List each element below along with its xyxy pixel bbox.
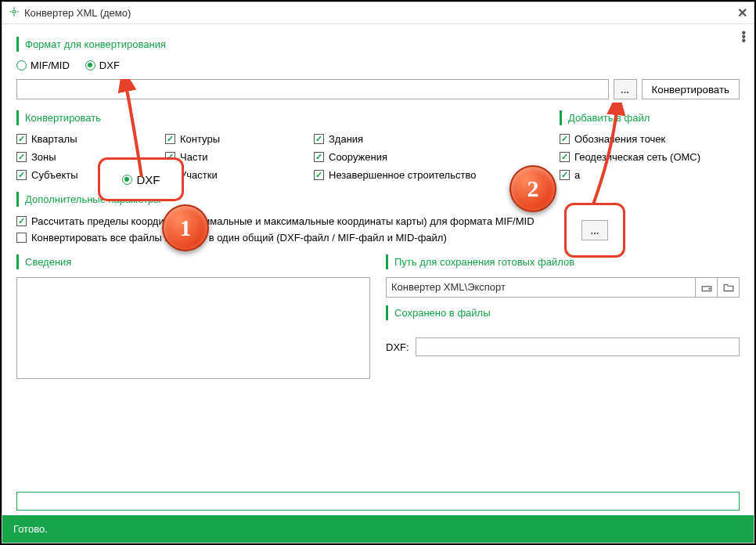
status-text: Готово. [13, 523, 48, 535]
radio-dxf[interactable]: DXF [85, 60, 120, 71]
check-unfinished[interactable]: Незавершенное строительство [314, 169, 528, 181]
dxf-row: DXF: [386, 337, 740, 356]
statusbar: Готово. [2, 515, 754, 543]
check-extra-a[interactable]: а [560, 169, 740, 181]
section-info: Сведения [16, 254, 370, 269]
check-structures[interactable]: Сооружения [314, 151, 528, 163]
convert-options: Кварталы Контуры Здания Зоны Части Соору… [16, 133, 528, 181]
progress-container [16, 492, 740, 511]
check-calc-bounds[interactable]: Рассчитать пределы координат (минимальны… [16, 215, 535, 227]
check-geodetic-net[interactable]: Геодезическая сеть (OMC) [560, 151, 740, 163]
checkbox-icon [560, 170, 570, 180]
svg-point-2 [708, 288, 709, 289]
overflow-menu-icon[interactable]: ••• [741, 31, 746, 42]
checkbox-icon [165, 170, 175, 180]
checkbox-icon [165, 134, 175, 144]
section-save-path: Путь для сохранения готовых файлов [386, 254, 740, 269]
app-window: Конвертер XML (демо) ✕ ••• Формат для ко… [2, 2, 754, 543]
checkbox-icon [16, 134, 27, 144]
check-contours[interactable]: Контуры [165, 133, 290, 145]
convert-button[interactable]: Конвертировать [642, 79, 740, 99]
check-parts[interactable]: Части [165, 151, 290, 163]
radio-dxf-label: DXF [99, 60, 120, 71]
check-buildings[interactable]: Здания [314, 133, 528, 145]
check-merge-archive[interactable]: Конвертировать все файлы в архиве в один… [16, 232, 447, 244]
radio-mif-label: MIF/MID [31, 60, 70, 71]
source-file-row: ... Конвертировать [16, 79, 740, 99]
svg-point-0 [13, 10, 16, 13]
checkbox-icon [560, 134, 570, 144]
dxf-output-field[interactable] [416, 337, 740, 356]
section-saved-to: Сохранено в файлы [386, 305, 740, 320]
checkbox-icon [16, 170, 27, 180]
radio-circle-icon [85, 60, 95, 70]
checkbox-icon [165, 152, 175, 162]
format-radios: MIF/MID DXF [16, 60, 740, 71]
check-subjects[interactable]: Субъекты [16, 169, 142, 181]
save-path-value[interactable]: Конвертер XML\Экспорт [387, 278, 695, 297]
content-area: ••• Формат для конвертирования MIF/MID D… [2, 24, 754, 445]
drive-icon[interactable] [695, 278, 717, 297]
browse-button[interactable]: ... [614, 79, 637, 99]
section-add-to-file: Добавить в файл [560, 110, 740, 125]
checkbox-icon [560, 152, 570, 162]
check-point-labels[interactable]: Обозначения точек [560, 133, 740, 145]
save-path-row: Конвертер XML\Экспорт [386, 277, 740, 298]
checkbox-icon [314, 170, 324, 180]
folder-icon[interactable] [717, 278, 739, 297]
app-icon [9, 6, 20, 20]
checkbox-icon [314, 152, 324, 162]
section-convert: Конвертировать [16, 110, 528, 125]
section-extra-params: Дополнительные параметры [16, 192, 740, 207]
check-parcels[interactable]: Участки [165, 169, 290, 181]
titlebar: Конвертер XML (демо) ✕ [2, 2, 754, 24]
checkbox-icon [16, 152, 27, 162]
check-quarters[interactable]: Кварталы [16, 133, 142, 145]
info-textarea[interactable] [16, 277, 370, 379]
progress-bar [16, 492, 740, 511]
dxf-label: DXF: [386, 341, 409, 353]
section-format: Формат для конвертирования [16, 37, 740, 52]
checkbox-icon [314, 134, 324, 144]
check-zones[interactable]: Зоны [16, 151, 142, 163]
checkbox-icon [16, 233, 27, 243]
window-title: Конвертер XML (демо) [24, 7, 131, 19]
radio-mif[interactable]: MIF/MID [16, 60, 70, 71]
close-icon[interactable]: ✕ [737, 5, 747, 20]
radio-circle-icon [16, 60, 27, 70]
source-file-input[interactable] [16, 79, 609, 99]
checkbox-icon [16, 216, 27, 226]
